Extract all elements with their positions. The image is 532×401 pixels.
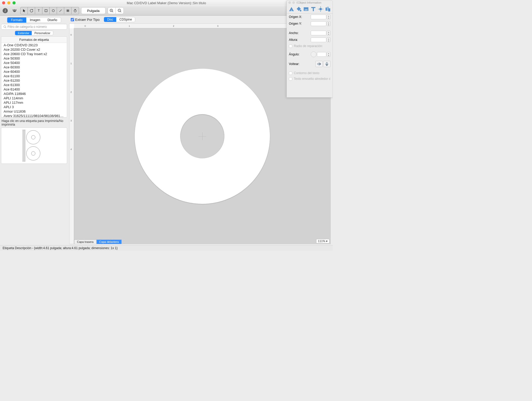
list-item[interactable]: Ace 50400 (2, 61, 67, 65)
svg-point-23 (4, 26, 6, 28)
geometry-tab-icon[interactable] (288, 6, 295, 12)
layer-tabs: Capa trasera Capa delantera (74, 240, 122, 244)
wrap-label: Texto envuelto alrededor de la etiq (294, 77, 330, 81)
origin-x-stepper[interactable]: ▲▼ (327, 15, 330, 19)
barcode-tool-icon[interactable] (64, 7, 72, 14)
inspector-title: Object Information (298, 1, 321, 4)
tab-formato[interactable]: Formato (7, 17, 26, 23)
search-placeholder: Filtro de categoría o número (8, 25, 47, 29)
list-item[interactable]: AGIPA 118946 (2, 92, 67, 96)
inspector-minimize-button[interactable] (292, 1, 295, 4)
origin-y-label: Origen Y: (289, 22, 302, 25)
list-item[interactable]: Armor U11836 (2, 109, 67, 114)
subtab-personalizar[interactable]: Personalizar (32, 31, 53, 35)
list-item[interactable]: APLI 114mm (2, 96, 67, 100)
flip-horizontal-icon[interactable] (315, 61, 323, 67)
tab-diseno[interactable]: Diseño (44, 17, 61, 23)
svg-line-7 (59, 10, 62, 12)
panel-tabs: Formato Imagen Diseño (7, 17, 61, 23)
width-input[interactable] (311, 31, 326, 35)
svg-line-24 (5, 27, 6, 28)
text-tool-icon[interactable]: T (35, 7, 42, 14)
search-input[interactable]: Filtro de categoría o número (1, 24, 67, 30)
list-item[interactable]: APLI 3 (2, 105, 67, 109)
outline-checkbox[interactable] (289, 72, 292, 75)
inspector-close-button[interactable] (288, 1, 291, 4)
list-item[interactable]: A-One CD/DVD 29123 (2, 43, 67, 47)
height-stepper[interactable]: ▲▼ (327, 37, 330, 42)
height-input[interactable] (311, 37, 326, 42)
list-item[interactable]: Ace 61100 (2, 74, 67, 78)
flip-vertical-icon[interactable] (323, 61, 330, 67)
window-title: Mac CD/DVD Label Maker (Demo Version)::S… (0, 1, 333, 5)
origin-y-input[interactable] (311, 21, 326, 26)
subtab-estandar[interactable]: Estándar (15, 31, 32, 35)
line-tool-icon[interactable] (57, 7, 64, 14)
inspector-panel: Object Information Origen X: ▲▼ Origen Y… (287, 0, 333, 98)
origin-x-input[interactable] (311, 15, 326, 19)
angle-label: Ángulo: (289, 53, 300, 56)
svg-rect-28 (313, 7, 314, 11)
svg-text:T: T (38, 9, 40, 12)
svg-line-17 (112, 11, 113, 12)
stopwatch-tool-icon[interactable] (72, 7, 79, 14)
pointer-tool-icon[interactable] (21, 7, 28, 14)
width-stepper[interactable]: ▲▼ (327, 31, 330, 35)
list-item[interactable]: Avery 31625/11111/98104/98108/98110 STC (2, 114, 67, 117)
extract-label: Extraer Por Tipo (75, 18, 100, 22)
list-item[interactable]: APLI 117mm (2, 100, 67, 105)
list-item[interactable]: Ace 20600 CD Tray Insert x2 (2, 52, 67, 56)
list-item[interactable]: Ace 61300 (2, 83, 67, 87)
radius-label: Radio de reparación: (294, 44, 323, 48)
zoom-in-icon[interactable] (108, 8, 116, 14)
tab-cdspine[interactable]: CDSpine (116, 17, 135, 22)
titlebar: Mac CD/DVD Label Maker (Demo Version)::S… (0, 0, 333, 6)
angle-stepper[interactable]: ▲▼ (327, 52, 330, 57)
flip-label: Voltear: (289, 62, 300, 66)
list-item[interactable]: Ace 60300 (2, 65, 67, 69)
image-tab-icon[interactable] (303, 6, 309, 12)
preview-box[interactable] (1, 127, 67, 164)
origin-x-label: Origen X: (289, 15, 302, 19)
info-icon[interactable]: i (2, 7, 9, 14)
ruler-vertical: 01234 (69, 28, 74, 244)
inspector-zoom-button[interactable] (296, 1, 299, 4)
tab-disc[interactable]: Disc (104, 17, 116, 22)
width-label: Ancho: (289, 31, 299, 35)
text-tab-icon[interactable] (310, 6, 316, 12)
disc-shape[interactable] (135, 69, 270, 204)
zoom-out-icon[interactable] (116, 8, 124, 14)
list-item[interactable]: Ace 60400 (2, 69, 67, 74)
format-list: Formatos de etiqueta A-One CD/DVD 29123A… (1, 36, 67, 118)
zoom-level[interactable]: 111% ▾ (316, 239, 329, 243)
list-item[interactable]: Ace 50300 (2, 56, 67, 61)
arrange-tab-icon[interactable] (325, 6, 331, 12)
layer-front[interactable]: Capa delantera (96, 240, 122, 244)
origin-y-stepper[interactable]: ▲▼ (327, 21, 330, 26)
svg-rect-36 (328, 8, 330, 11)
tool-group: T (20, 7, 79, 14)
angle-input[interactable] (317, 52, 326, 57)
format-list-header: Formatos de etiqueta (2, 37, 67, 43)
tab-imagen[interactable]: Imagen (26, 17, 44, 23)
svg-point-6 (52, 10, 54, 12)
svg-point-3 (15, 10, 16, 11)
angle-knob[interactable] (311, 51, 316, 57)
list-item[interactable]: Ace 61200 (2, 78, 67, 83)
unit-button[interactable]: Pulgada (81, 7, 106, 14)
wrap-checkbox[interactable] (289, 77, 292, 81)
svg-line-21 (120, 11, 121, 12)
list-item[interactable]: Ace 20200 CD Cover x2 (2, 47, 67, 52)
rotate-tool-icon[interactable] (28, 7, 35, 14)
center-cross-icon (198, 132, 206, 140)
radius-checkbox[interactable] (289, 44, 292, 48)
layer-back[interactable]: Capa trasera (74, 240, 96, 244)
rect-tool-icon[interactable] (42, 7, 50, 14)
extract-checkbox[interactable]: Extraer Por Tipo (71, 18, 100, 22)
fill-tab-icon[interactable] (296, 6, 302, 12)
mask-icon[interactable] (11, 7, 18, 14)
ellipse-tool-icon[interactable] (50, 7, 57, 14)
list-item[interactable]: Ace 61400 (2, 87, 67, 92)
effects-tab-icon[interactable] (317, 6, 324, 12)
svg-point-29 (319, 8, 322, 10)
